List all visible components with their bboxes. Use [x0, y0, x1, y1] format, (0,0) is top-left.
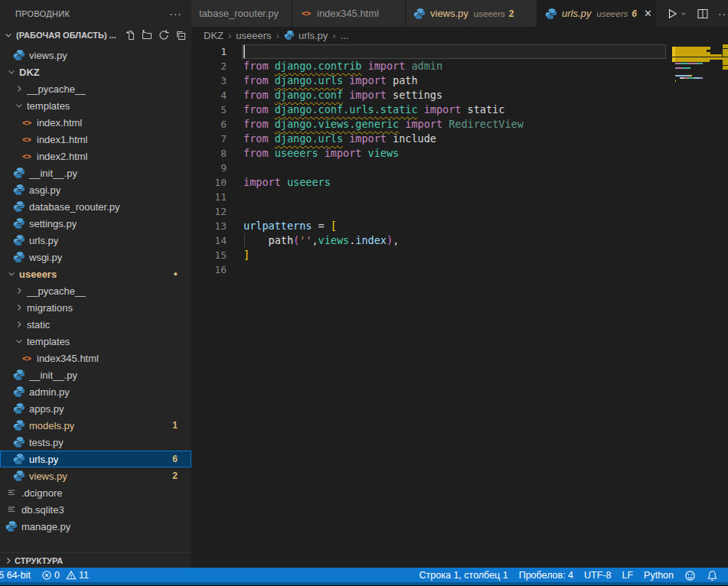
line-number[interactable]: 14: [191, 233, 227, 248]
chevron-right-icon[interactable]: [13, 285, 25, 297]
new-folder-icon[interactable]: [141, 29, 153, 41]
tree-folder-__pycache__[interactable]: __pycache__: [0, 80, 191, 97]
code-line-4[interactable]: 4from django.conf import settings: [191, 88, 728, 103]
line-number[interactable]: 5: [191, 103, 227, 117]
chevron-down-icon[interactable]: [13, 99, 25, 112]
code-line-3[interactable]: 3from django.urls import path: [191, 73, 728, 88]
tree-folder-templates[interactable]: templates: [0, 333, 191, 350]
chevron-right-icon[interactable]: [13, 83, 25, 95]
line-number[interactable]: 2: [191, 59, 227, 73]
tree-file-views.py[interactable]: views.py: [0, 47, 191, 63]
code-line-16[interactable]: 16: [191, 262, 728, 277]
code-line-2[interactable]: 2from django.contrib import admin: [191, 59, 728, 73]
line-number[interactable]: 16: [191, 262, 227, 277]
code-line-14[interactable]: 14 path('',views.index),: [191, 233, 728, 248]
tab-index345.html[interactable]: <>index345.html: [292, 0, 406, 27]
collapse-all-icon[interactable]: [175, 29, 187, 41]
minimap[interactable]: [672, 44, 723, 143]
line-number[interactable]: 13: [191, 219, 227, 233]
code-line-6[interactable]: 6from django.views.generic import Redire…: [191, 117, 728, 132]
tree-file-manage.py[interactable]: manage.py: [0, 518, 191, 535]
indentation-status[interactable]: Пробелов: 4: [514, 568, 579, 583]
refresh-icon[interactable]: [158, 29, 170, 41]
chevron-down-icon[interactable]: [680, 10, 687, 18]
tree-folder-useeers[interactable]: useeers●: [0, 265, 191, 282]
code-line-9[interactable]: 9: [191, 161, 728, 175]
tree-file-models.py[interactable]: models.py1: [0, 417, 191, 434]
line-number[interactable]: 7: [191, 132, 227, 146]
line-number[interactable]: 10: [191, 175, 227, 190]
tree-file-__init__.py[interactable]: __init__.py: [0, 164, 191, 181]
tab-urls.py[interactable]: urls.pyuseeers6✕: [537, 0, 655, 27]
line-number[interactable]: 12: [191, 204, 227, 219]
breadcrumb-item-...[interactable]: ...: [341, 30, 349, 41]
language-mode-status[interactable]: Python: [638, 568, 679, 583]
tree-file-urls.py[interactable]: urls.py: [0, 232, 191, 249]
breadcrumb-item-urls.py[interactable]: urls.py: [284, 30, 328, 41]
new-file-icon[interactable]: [124, 29, 136, 41]
code-line-12[interactable]: 12: [191, 204, 728, 219]
tree-folder-static[interactable]: static: [0, 316, 191, 333]
tree-folder-__pycache__[interactable]: __pycache__: [0, 282, 191, 299]
workspace-section-header[interactable]: (РАБОЧАЯ ОБЛАСТЬ) ...: [0, 27, 191, 44]
tree-folder-DKZ[interactable]: DKZ: [0, 63, 191, 80]
code-line-10[interactable]: 10import useeers: [191, 175, 728, 190]
breadcrumb-item-DKZ[interactable]: DKZ: [204, 30, 224, 41]
chevron-right-icon[interactable]: [13, 318, 25, 330]
python-interpreter-status[interactable]: n 3.9.5 64-bit: [0, 568, 36, 583]
tab-tabase_roouter.py[interactable]: tabase_roouter.py: [191, 0, 292, 27]
close-icon[interactable]: ✕: [644, 8, 652, 19]
tree-file-urls.py[interactable]: urls.py6: [0, 451, 191, 467]
code-line-8[interactable]: 8from useeers import views: [191, 146, 728, 161]
chevron-down-icon[interactable]: [5, 66, 18, 78]
tree-file-database_roouter.py[interactable]: database_roouter.py: [0, 198, 191, 215]
tree-file-admin.py[interactable]: admin.py: [0, 383, 191, 400]
eol-status[interactable]: LF: [616, 568, 638, 583]
line-number[interactable]: 8: [191, 146, 227, 161]
tree-file-tests.py[interactable]: tests.py: [0, 434, 191, 451]
chevron-down-icon[interactable]: [13, 335, 25, 347]
tree-file-index2.html[interactable]: <>index2.html: [0, 148, 191, 164]
explorer-more-icon[interactable]: ···: [169, 8, 182, 20]
encoding-status[interactable]: UTF-8: [579, 568, 616, 583]
tree-file-apps.py[interactable]: apps.py: [0, 400, 191, 417]
more-actions-icon[interactable]: ···: [718, 8, 728, 20]
breadcrumb-item-useeers[interactable]: useeers: [236, 30, 271, 41]
line-number[interactable]: 4: [191, 88, 227, 103]
tree-folder-migrations[interactable]: migrations: [0, 299, 191, 316]
tree-file-views.py[interactable]: views.py2: [0, 467, 191, 484]
line-number[interactable]: 6: [191, 117, 227, 132]
tree-file-asgi.py[interactable]: asgi.py: [0, 181, 191, 198]
tree-folder-templates[interactable]: templates: [0, 97, 191, 114]
line-number[interactable]: 3: [191, 73, 227, 88]
code-line-5[interactable]: 5from django.conf.urls.static import sta…: [191, 103, 728, 117]
run-button[interactable]: [666, 8, 687, 20]
feedback-icon[interactable]: [679, 568, 701, 583]
tree-file-.dcignore[interactable]: .dcignore: [0, 484, 191, 501]
tree-file-settings.py[interactable]: settings.py: [0, 215, 191, 232]
tree-file-index1.html[interactable]: <>index1.html: [0, 131, 191, 148]
code-line-1[interactable]: 1: [191, 44, 728, 59]
line-number[interactable]: 9: [191, 161, 227, 175]
code-line-7[interactable]: 7from django.urls import include: [191, 132, 728, 146]
code-line-11[interactable]: 11: [191, 190, 728, 204]
notifications-bell-icon[interactable]: [701, 568, 723, 583]
tree-file-index345.html[interactable]: <>index345.html: [0, 350, 191, 366]
code-editor[interactable]: 12from django.contrib import admin3from …: [191, 44, 728, 568]
chevron-right-icon[interactable]: [13, 301, 25, 314]
cursor-position-status[interactable]: Строка 1, столбец 1: [414, 568, 514, 583]
tree-file-db.sqlite3[interactable]: db.sqlite3: [0, 501, 191, 518]
code-line-13[interactable]: 13urlpatterns = [: [191, 219, 728, 233]
line-number[interactable]: 11: [191, 190, 227, 204]
tree-file-__init__.py[interactable]: __init__.py: [0, 366, 191, 383]
line-number[interactable]: 15: [191, 248, 227, 262]
chevron-down-icon[interactable]: [5, 268, 18, 280]
split-editor-icon[interactable]: [697, 8, 709, 20]
code-line-15[interactable]: 15]: [191, 248, 728, 262]
tab-views.py[interactable]: views.pyuseeers2: [406, 0, 537, 27]
outline-section-header[interactable]: СТРУКТУРА: [0, 552, 191, 568]
tree-file-wsgi.py[interactable]: wsgi.py: [0, 249, 191, 265]
line-number[interactable]: 1: [191, 44, 227, 59]
tree-file-index.html[interactable]: <>index.html: [0, 114, 191, 131]
problems-status[interactable]: 0 11: [36, 568, 94, 583]
